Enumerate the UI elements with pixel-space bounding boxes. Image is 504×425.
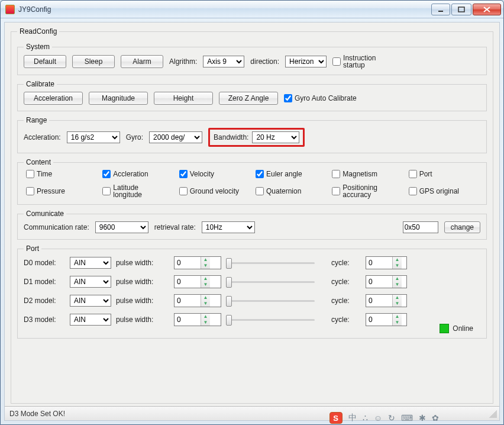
content-check-8[interactable]: Ground velocity [179, 184, 251, 198]
content-checkbox-1[interactable] [102, 170, 111, 178]
pulse-width-spinner-1-up[interactable]: ▲ [201, 276, 210, 282]
range-legend: Range [24, 116, 49, 124]
pulse-width-spinner-2-up[interactable]: ▲ [201, 295, 210, 301]
height-cal-button[interactable]: Height [154, 92, 213, 105]
change-button[interactable]: change [444, 221, 480, 233]
alarm-button[interactable]: Alarm [121, 55, 163, 68]
cycle-spinner-3-input[interactable] [366, 314, 392, 326]
tray-glyph-5[interactable]: ✱ [419, 413, 426, 423]
content-checkbox-0[interactable] [26, 170, 34, 178]
content-check-4[interactable]: Magnetism [332, 170, 403, 178]
content-checkbox-7[interactable] [102, 187, 111, 195]
pulse-width-spinner-1-down[interactable]: ▼ [201, 282, 210, 288]
content-checkbox-6[interactable] [26, 187, 34, 195]
bandwidth-select[interactable]: 20 Hz [252, 131, 299, 143]
cycle-spinner-1-input[interactable] [366, 276, 392, 288]
cycle-spinner-0-up[interactable]: ▲ [393, 257, 402, 263]
cycle-spinner-1[interactable]: ▲▼ [366, 275, 407, 288]
content-check-10[interactable]: Positioning accuracy [332, 184, 403, 198]
algorithm-select[interactable]: Axis 9 [203, 56, 244, 67]
content-checkbox-2[interactable] [179, 170, 188, 178]
content-check-7[interactable]: Latitude longitude [102, 184, 174, 198]
cycle-label-1: cycle: [331, 278, 361, 286]
port-model-select-2[interactable]: AIN [70, 295, 111, 307]
default-button[interactable]: Default [24, 55, 66, 68]
direction-label: direction: [250, 57, 279, 66]
zero-z-angle-button[interactable]: Zero Z Angle [219, 92, 278, 105]
range-accel-select[interactable]: 16 g/s2 [67, 131, 120, 143]
cycle-spinner-0[interactable]: ▲▼ [366, 256, 407, 269]
tray-glyph-3[interactable]: ↻ [388, 413, 395, 423]
cycle-spinner-2-up[interactable]: ▲ [393, 295, 402, 301]
pulse-width-spinner-3-input[interactable] [175, 314, 201, 326]
sleep-button[interactable]: Sleep [72, 55, 115, 68]
port-slider-0[interactable] [226, 257, 315, 269]
content-checkbox-11[interactable] [409, 187, 417, 195]
port-model-select-3[interactable]: AIN [70, 314, 111, 326]
instruction-startup-checkbox[interactable] [332, 57, 341, 66]
instruction-startup-check[interactable]: Instruction startup [332, 54, 390, 69]
content-check-1[interactable]: Accleration [102, 170, 174, 178]
pulse-width-spinner-0-input[interactable] [175, 257, 201, 269]
instruction-startup-label: Instruction startup [343, 54, 390, 69]
gyro-auto-check[interactable]: Gyro Auto Calibrate [284, 94, 357, 102]
cycle-spinner-3[interactable]: ▲▼ [366, 313, 407, 326]
port-model-select-0[interactable]: AIN [70, 257, 111, 269]
cycle-spinner-3-down[interactable]: ▼ [393, 320, 402, 326]
close-button[interactable] [473, 4, 501, 15]
cycle-spinner-0-down[interactable]: ▼ [393, 263, 402, 269]
direction-select[interactable]: Herizon [285, 56, 327, 67]
pulse-width-spinner-2-input[interactable] [175, 295, 201, 307]
pulse-width-spinner-3-up[interactable]: ▲ [201, 314, 210, 320]
port-slider-3[interactable] [226, 314, 315, 326]
content-check-2[interactable]: Velocity [179, 170, 251, 178]
pulse-width-spinner-3-down[interactable]: ▼ [201, 320, 210, 326]
pulse-width-spinner-2[interactable]: ▲▼ [174, 294, 221, 307]
port-slider-2[interactable] [226, 295, 315, 307]
cycle-spinner-2[interactable]: ▲▼ [366, 294, 407, 307]
tray-glyph-4[interactable]: ⌨ [401, 413, 413, 423]
content-check-9[interactable]: Quaternion [256, 184, 327, 198]
content-check-6[interactable]: Pressure [26, 184, 98, 198]
content-checkbox-10[interactable] [332, 187, 340, 195]
content-check-0[interactable]: Time [26, 170, 98, 178]
port-model-select-1[interactable]: AIN [70, 276, 111, 288]
pulse-width-spinner-1[interactable]: ▲▼ [174, 275, 221, 288]
resize-grip-icon[interactable] [489, 410, 497, 418]
pulse-width-spinner-2-down[interactable]: ▼ [201, 301, 210, 307]
content-checkbox-5[interactable] [409, 170, 417, 178]
pulse-width-spinner-0-up[interactable]: ▲ [201, 257, 210, 263]
content-checkbox-9[interactable] [256, 187, 264, 195]
cycle-spinner-0-input[interactable] [366, 257, 392, 269]
cycle-spinner-3-up[interactable]: ▲ [393, 314, 402, 320]
cycle-spinner-2-down[interactable]: ▼ [393, 301, 402, 307]
tray-glyph-0[interactable]: 中 [348, 413, 357, 423]
tray-glyph-6[interactable]: ✿ [432, 413, 439, 423]
pulse-width-spinner-3[interactable]: ▲▼ [174, 313, 221, 326]
retrieval-rate-select[interactable]: 10Hz [202, 221, 255, 233]
tray-glyph-1[interactable]: ∴ [363, 413, 368, 423]
content-checkbox-8[interactable] [179, 187, 188, 195]
content-check-11[interactable]: GPS original [409, 184, 480, 198]
address-input[interactable] [403, 221, 438, 233]
pulse-width-spinner-0-down[interactable]: ▼ [201, 263, 210, 269]
tray-s-icon[interactable]: S [329, 412, 343, 424]
pulse-width-spinner-0[interactable]: ▲▼ [174, 256, 221, 269]
minimize-button[interactable] [431, 4, 450, 15]
cycle-spinner-2-input[interactable] [366, 295, 392, 307]
comm-rate-select[interactable]: 9600 [95, 221, 148, 233]
cycle-spinner-1-up[interactable]: ▲ [393, 276, 402, 282]
gyro-auto-checkbox[interactable] [284, 94, 292, 102]
content-check-5[interactable]: Port [409, 170, 480, 178]
pulse-width-spinner-1-input[interactable] [175, 276, 201, 288]
content-checkbox-4[interactable] [332, 170, 340, 178]
tray-glyph-2[interactable]: ☺ [374, 413, 382, 423]
port-slider-1[interactable] [226, 276, 315, 288]
accel-cal-button[interactable]: Acceleration [24, 92, 83, 105]
magnitude-cal-button[interactable]: Magnitude [89, 92, 148, 105]
cycle-spinner-1-down[interactable]: ▼ [393, 282, 402, 288]
content-checkbox-3[interactable] [256, 170, 264, 178]
maximize-button[interactable] [451, 4, 471, 15]
range-gyro-select[interactable]: 2000 deg/ [149, 131, 202, 143]
content-check-3[interactable]: Euler angle [256, 170, 327, 178]
